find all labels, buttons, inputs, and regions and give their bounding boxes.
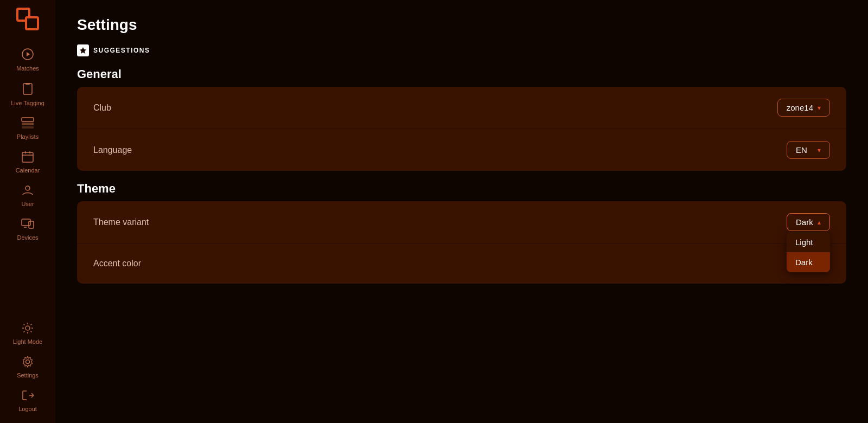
suggestions-label: SUGGESTIONS (93, 47, 150, 54)
svg-rect-16 (29, 221, 34, 228)
page-title: Settings (77, 16, 846, 34)
language-dropdown-button[interactable]: EN ▾ (787, 141, 830, 159)
logo[interactable] (15, 7, 40, 34)
club-label: Club (93, 103, 111, 113)
svg-point-18 (25, 326, 30, 330)
svg-point-27 (26, 360, 30, 364)
sidebar-item-label-calendar: Calendar (16, 167, 40, 174)
svg-rect-2 (26, 17, 38, 29)
sidebar-item-label-light-mode: Light Mode (13, 338, 42, 345)
language-dropdown-value: EN (796, 145, 807, 155)
logout-icon (22, 389, 34, 403)
theme-variant-row: Theme variant Dark ▴ Light Dark (77, 201, 846, 243)
club-dropdown-button[interactable]: zone14 ▾ (777, 99, 830, 117)
sidebar-item-logout[interactable]: Logout (0, 384, 55, 418)
theme-variant-dropdown-menu: Light Dark (787, 232, 830, 272)
club-dropdown-arrow: ▾ (818, 104, 821, 112)
sidebar-item-label-devices: Devices (17, 234, 38, 241)
theme-variant-dropdown-arrow: ▴ (818, 219, 821, 226)
sidebar-nav: Matches Live Tagging Playlists (0, 42, 55, 317)
sidebar-item-user[interactable]: User (0, 179, 55, 213)
svg-marker-29 (80, 47, 86, 54)
theme-variant-label: Theme variant (93, 217, 149, 227)
sidebar-item-label-playlists: Playlists (17, 133, 39, 140)
matches-icon (21, 48, 34, 63)
calendar-icon (22, 151, 34, 165)
general-settings-card: Club zone14 ▾ Language EN ▾ (77, 87, 846, 171)
theme-option-dark[interactable]: Dark (787, 252, 830, 272)
svg-marker-4 (27, 52, 30, 56)
svg-rect-10 (22, 152, 33, 162)
sidebar-item-settings[interactable]: Settings (0, 350, 55, 384)
svg-rect-9 (22, 126, 34, 129)
sidebar-bottom: Light Mode Settings Logout (0, 317, 55, 418)
theme-variant-dropdown-button[interactable]: Dark ▴ (787, 213, 830, 231)
user-icon (22, 184, 34, 198)
sidebar-item-playlists[interactable]: Playlists (0, 112, 55, 145)
theme-variant-dropdown[interactable]: Dark ▴ Light Dark (787, 213, 830, 231)
svg-line-23 (24, 324, 25, 325)
sidebar-item-calendar[interactable]: Calendar (0, 145, 55, 179)
sidebar: Matches Live Tagging Playlists (0, 0, 55, 423)
svg-rect-6 (25, 83, 30, 85)
theme-option-light[interactable]: Light (787, 232, 830, 252)
sidebar-item-light-mode[interactable]: Light Mode (0, 317, 55, 350)
suggestions-icon (77, 44, 89, 56)
language-row: Language EN ▾ (77, 129, 846, 171)
svg-rect-7 (22, 118, 34, 121)
svg-line-25 (31, 324, 32, 325)
theme-variant-dropdown-value: Dark (796, 217, 813, 227)
accent-color-label: Accent color (93, 259, 141, 268)
svg-point-14 (25, 186, 30, 190)
sidebar-item-label-matches: Matches (16, 65, 39, 72)
general-section-title: General (77, 67, 846, 81)
club-row: Club zone14 ▾ (77, 87, 846, 129)
main-content: Settings SUGGESTIONS General Club zone14… (55, 0, 868, 423)
sidebar-item-matches[interactable]: Matches (0, 42, 55, 77)
sidebar-item-devices[interactable]: Devices (0, 213, 55, 246)
theme-section-title: Theme (77, 182, 846, 196)
sidebar-item-label-user: User (21, 201, 34, 207)
club-dropdown[interactable]: zone14 ▾ (777, 99, 830, 117)
suggestions-bar: SUGGESTIONS (77, 44, 846, 56)
live-tagging-icon (22, 82, 34, 98)
theme-settings-card: Theme variant Dark ▴ Light Dark Accent c… (77, 201, 846, 284)
sidebar-item-label-settings: Settings (17, 372, 39, 379)
light-mode-icon (22, 322, 34, 336)
svg-rect-8 (22, 123, 34, 125)
sidebar-item-live-tagging[interactable]: Live Tagging (0, 77, 55, 112)
club-dropdown-value: zone14 (787, 103, 813, 112)
language-label: Language (93, 145, 132, 155)
sidebar-item-label-live-tagging: Live Tagging (11, 100, 44, 106)
accent-color-row: Accent color ▾ (77, 243, 846, 284)
language-dropdown-arrow: ▾ (818, 146, 821, 154)
svg-line-26 (24, 331, 25, 332)
sidebar-item-label-logout: Logout (18, 406, 37, 412)
language-dropdown[interactable]: EN ▾ (787, 141, 830, 159)
svg-rect-5 (23, 84, 32, 94)
settings-icon (22, 356, 34, 370)
playlists-icon (21, 117, 34, 131)
svg-line-24 (31, 331, 32, 332)
devices-icon (21, 218, 34, 232)
